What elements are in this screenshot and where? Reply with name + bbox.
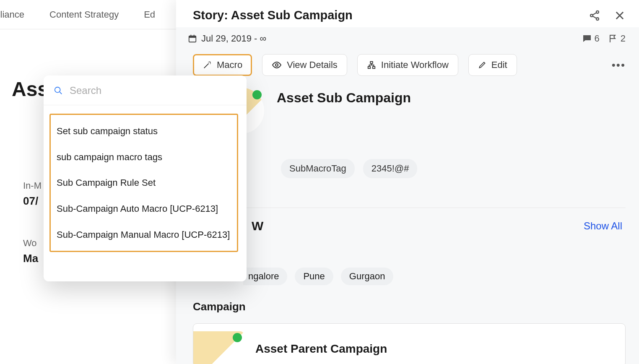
macro-item[interactable]: Sub Campaign Rule Set bbox=[51, 170, 237, 196]
status-dot bbox=[252, 90, 262, 99]
comments-count[interactable]: 6 bbox=[582, 33, 600, 44]
tag-item[interactable]: 2345!@# bbox=[363, 159, 418, 178]
macro-list: Set sub campaign status sub campaign mac… bbox=[49, 114, 238, 252]
svg-point-0 bbox=[596, 10, 599, 13]
initiate-workflow-button[interactable]: Initiate Workflow bbox=[357, 54, 458, 76]
city-tag[interactable]: ●ngalore bbox=[243, 268, 287, 285]
panel-header: Story: Asset Sub Campaign bbox=[176, 0, 639, 27]
tag-item[interactable]: SubMacroTag bbox=[281, 159, 355, 178]
nav-item-compliance[interactable]: mpliance bbox=[0, 9, 24, 20]
parent-campaign-card[interactable]: Asset Parent Campaign bbox=[193, 323, 626, 364]
date-range: Jul 29, 2019 - ∞ bbox=[201, 33, 266, 44]
flags-count[interactable]: 2 bbox=[608, 33, 626, 44]
svg-line-16 bbox=[60, 92, 62, 94]
macro-search-input[interactable] bbox=[70, 85, 237, 96]
svg-line-3 bbox=[593, 13, 597, 15]
edit-label: Edit bbox=[491, 60, 507, 70]
share-icon[interactable] bbox=[589, 10, 600, 21]
section-header: W Show All bbox=[193, 208, 626, 233]
svg-line-4 bbox=[593, 16, 597, 18]
campaign-thumb bbox=[193, 331, 244, 364]
svg-rect-14 bbox=[373, 67, 375, 69]
svg-point-1 bbox=[590, 14, 593, 17]
macro-item[interactable]: sub campaign macro tags bbox=[51, 144, 237, 170]
macro-item[interactable]: Sub-Campaign Auto Macro [UCP-6213] bbox=[51, 196, 237, 222]
macro-dropdown: Set sub campaign status sub campaign mac… bbox=[44, 75, 247, 281]
close-icon[interactable] bbox=[614, 10, 626, 21]
city-tag[interactable]: Gurgaon bbox=[341, 268, 394, 285]
macro-item[interactable]: Sub-Campaign Manual Macro [UCP-6213] bbox=[51, 222, 237, 248]
view-details-button[interactable]: View Details bbox=[262, 54, 347, 76]
hierarchy-icon bbox=[367, 60, 376, 70]
svg-rect-12 bbox=[370, 62, 373, 64]
section-w: W bbox=[252, 219, 263, 233]
pencil-icon bbox=[478, 61, 486, 69]
city-tag[interactable]: Pune bbox=[295, 268, 333, 285]
svg-point-11 bbox=[275, 64, 278, 66]
svg-rect-8 bbox=[189, 36, 196, 38]
main-title: Asset Sub Campaign bbox=[277, 88, 411, 106]
initiate-workflow-label: Initiate Workflow bbox=[381, 60, 449, 70]
nav-item-ed[interactable]: Ed bbox=[144, 9, 155, 20]
svg-rect-13 bbox=[368, 67, 371, 69]
wand-icon bbox=[203, 60, 212, 70]
status-dot bbox=[233, 333, 242, 342]
more-menu-icon[interactable]: ••• bbox=[612, 59, 626, 72]
campaign-heading: Campaign bbox=[193, 300, 626, 313]
panel-title: Story: Asset Sub Campaign bbox=[193, 8, 353, 22]
macro-button[interactable]: Macro bbox=[193, 54, 252, 76]
search-icon bbox=[54, 86, 63, 95]
nav-item-content-strategy[interactable]: Content Strategy bbox=[49, 9, 119, 20]
tag-list: SubMacroTag 2345!@# bbox=[281, 159, 626, 178]
view-details-label: View Details bbox=[287, 60, 338, 70]
edit-button[interactable]: Edit bbox=[468, 54, 517, 76]
city-tags: ●ngalore Pune Gurgaon bbox=[243, 268, 626, 285]
svg-point-15 bbox=[55, 87, 60, 93]
svg-point-2 bbox=[596, 18, 599, 20]
panel-meta: Jul 29, 2019 - ∞ 6 2 bbox=[176, 27, 639, 48]
parent-campaign-label: Asset Parent Campaign bbox=[255, 342, 387, 356]
calendar-icon bbox=[188, 34, 197, 43]
title-row: Asset Sub Campaign bbox=[193, 84, 626, 134]
macro-label: Macro bbox=[217, 60, 242, 70]
eye-icon bbox=[272, 60, 282, 70]
show-all-link[interactable]: Show All bbox=[584, 220, 622, 232]
macro-item[interactable]: Set sub campaign status bbox=[51, 118, 237, 144]
